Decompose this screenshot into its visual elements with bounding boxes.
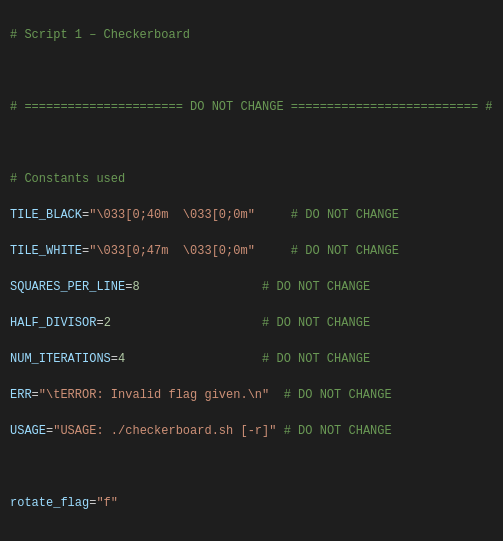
line-blank-4 bbox=[10, 530, 493, 541]
line-num-iterations: NUM_ITERATIONS=4 # DO NOT CHANGE bbox=[10, 350, 493, 368]
line-tile-black: TILE_BLACK="\033[0;40m \033[0;0m" # DO N… bbox=[10, 206, 493, 224]
line-blank-1 bbox=[10, 62, 493, 80]
line-rotate-flag: rotate_flag="f" bbox=[10, 494, 493, 512]
line-blank-3 bbox=[10, 458, 493, 476]
code-editor: # Script 1 – Checkerboard # ============… bbox=[10, 8, 493, 541]
line-blank-2 bbox=[10, 134, 493, 152]
line-tile-white: TILE_WHITE="\033[0;47m \033[0;0m" # DO N… bbox=[10, 242, 493, 260]
line-constants-comment: # Constants used bbox=[10, 170, 493, 188]
line-err: ERR="\tERROR: Invalid flag given.\n" # D… bbox=[10, 386, 493, 404]
line-script-title: # Script 1 – Checkerboard bbox=[10, 26, 493, 44]
line-do-not-change-banner: # ====================== DO NOT CHANGE =… bbox=[10, 98, 493, 116]
line-usage: USAGE="USAGE: ./checkerboard.sh [-r]" # … bbox=[10, 422, 493, 440]
line-half-divisor: HALF_DIVISOR=2 # DO NOT CHANGE bbox=[10, 314, 493, 332]
line-squares-per-line: SQUARES_PER_LINE=8 # DO NOT CHANGE bbox=[10, 278, 493, 296]
